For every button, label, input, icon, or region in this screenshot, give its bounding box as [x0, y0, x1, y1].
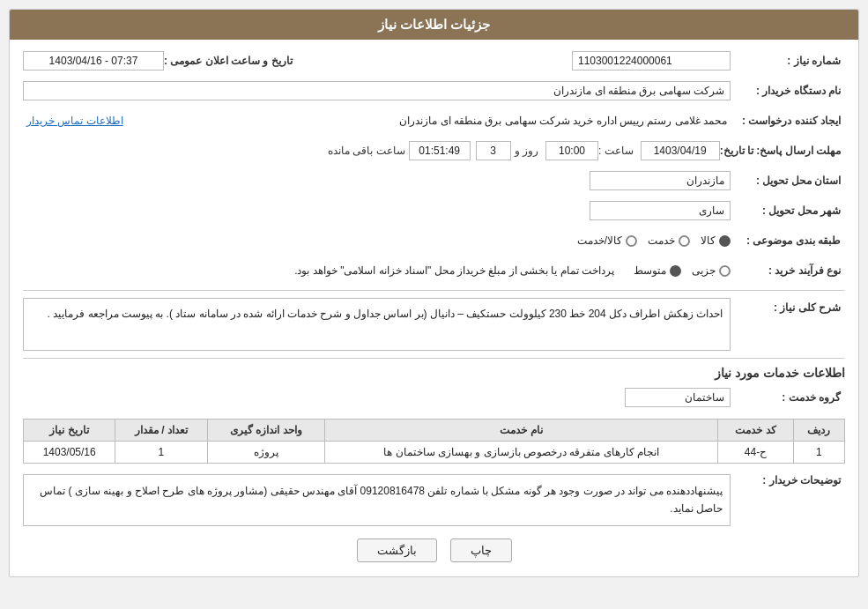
category-label: طبقه بندی موضوعی :	[731, 234, 845, 247]
radio-khedmat-icon	[679, 235, 690, 247]
deadline-days: 3	[476, 141, 511, 160]
table-body: 1 ح-44 انجام کارهای متفرقه درخصوص بازساز…	[24, 442, 845, 464]
purchase-type-row: نوع فرآیند خرید : جزیی متوسط پرداخت تمام…	[23, 258, 845, 283]
radio-motavaset-icon	[670, 265, 681, 277]
category-row: طبقه بندی موضوعی : کالا خدمت کالا/خدمت	[23, 228, 845, 253]
print-button[interactable]: چاپ	[450, 538, 512, 562]
city-label: شهر محل تحویل :	[731, 204, 845, 217]
cell-row: 1	[793, 442, 844, 464]
category-option-khedmat[interactable]: خدمت	[648, 234, 690, 247]
card-body: شماره نیاز : 1103001224000061 تاریخ و سا…	[10, 40, 858, 576]
divider-1	[23, 290, 845, 291]
group-service-value: ساختمان	[625, 388, 731, 407]
city-value: ساری	[590, 201, 731, 220]
org-name-row: نام دستگاه خریدار : شرکت سهامی برق منطقه…	[23, 78, 845, 103]
purchase-motavaset-label: متوسط	[634, 264, 666, 277]
purchase-option-motavaset[interactable]: متوسط	[634, 264, 681, 277]
main-card: جزئیات اطلاعات نیاز شماره نیاز : 1103001…	[9, 9, 859, 577]
need-number-row: شماره نیاز : 1103001224000061 تاریخ و سا…	[23, 48, 845, 73]
description-label: شرح کلی نیاز :	[731, 298, 845, 314]
notes-value: پیشنهاددهنده می تواند در صورت وجود هر گو…	[23, 474, 731, 526]
contact-link[interactable]: اطلاعات تماس خریدار	[23, 112, 127, 130]
province-value: مازندران	[590, 171, 731, 190]
purchase-type-radio-group: جزیی متوسط پرداخت تمام یا بخشی از مبلغ خ…	[291, 262, 731, 279]
cell-name: انجام کارهای متفرقه درخصوص بازسازی و بهس…	[325, 442, 718, 464]
province-label: استان محل تحویل :	[731, 175, 845, 187]
need-number-label: شماره نیاز :	[731, 55, 845, 67]
category-option-kala[interactable]: کالا	[701, 234, 731, 247]
col-header-date: تاریخ نیاز	[24, 420, 115, 442]
category-option-kala-khedmat[interactable]: کالا/خدمت	[577, 234, 637, 247]
deadline-time: 10:00	[545, 141, 598, 160]
category-khedmat-label: خدمت	[648, 234, 675, 247]
deadline-days-label: روز و	[515, 145, 538, 157]
deadline-row: مهلت ارسال پاسخ: تا تاریخ: 1403/04/19 سا…	[23, 138, 845, 163]
col-header-name: نام خدمت	[325, 420, 718, 442]
col-header-code: کد خدمت	[718, 420, 794, 442]
services-section-title: اطلاعات خدمات مورد نیاز	[23, 366, 845, 380]
group-service-row: گروه خدمت : ساختمان	[23, 385, 845, 410]
deadline-remaining-label: ساعت باقی مانده	[328, 145, 405, 157]
province-row: استان محل تحویل : مازندران	[23, 168, 845, 193]
org-name-label: نام دستگاه خریدار :	[731, 85, 845, 97]
col-header-quantity: تعداد / مقدار	[115, 420, 207, 442]
description-value: احداث زهکش اطراف دکل 204 خط 230 کیلوولت …	[23, 298, 731, 351]
page-title: جزئیات اطلاعات نیاز	[378, 17, 490, 32]
radio-jozi-icon	[719, 265, 731, 277]
back-button[interactable]: بازگشت	[357, 538, 437, 562]
table-row: 1 ح-44 انجام کارهای متفرقه درخصوص بازساز…	[24, 442, 845, 464]
city-row: شهر محل تحویل : ساری	[23, 198, 845, 223]
notes-row: توضیحات خریدار : پیشنهاددهنده می تواند د…	[23, 471, 845, 526]
announce-label: تاریخ و ساعت اعلان عمومی :	[164, 55, 297, 67]
creator-row: ایجاد کننده درخواست : محمد غلامی رستم ری…	[23, 108, 845, 133]
deadline-date: 1403/04/19	[641, 141, 720, 160]
divider-2	[23, 358, 845, 359]
category-kala-label: کالا	[701, 234, 716, 247]
radio-kala-icon	[719, 235, 731, 247]
notes-label: توضیحات خریدار :	[731, 471, 845, 486]
deadline-time-label: ساعت :	[598, 145, 634, 157]
deadline-remaining: 01:51:49	[409, 141, 471, 160]
deadline-label: مهلت ارسال پاسخ: تا تاریخ:	[720, 145, 845, 157]
description-row: شرح کلی نیاز : احداث زهکش اطراف دکل 204 …	[23, 298, 845, 351]
org-name-value: شرکت سهامی برق منطقه ای مازندران	[23, 81, 731, 100]
creator-value: محمد غلامی رستم رییس اداره خرید شرکت سها…	[127, 112, 731, 130]
radio-kala-khedmat-icon	[626, 235, 637, 247]
purchase-type-note: پرداخت تمام یا بخشی از مبلغ خریداز محل "…	[291, 262, 618, 279]
category-kala-khedmat-label: کالا/خدمت	[577, 234, 622, 247]
table-header-row: ردیف کد خدمت نام خدمت واحد اندازه گیری ت…	[24, 420, 845, 442]
col-header-row: ردیف	[793, 420, 844, 442]
cell-quantity: 1	[115, 442, 207, 464]
creator-label: ایجاد کننده درخواست :	[731, 115, 845, 127]
page-wrapper: جزئیات اطلاعات نیاز شماره نیاز : 1103001…	[0, 0, 868, 609]
need-number-value: 1103001224000061	[572, 51, 731, 71]
category-radio-group: کالا خدمت کالا/خدمت	[577, 234, 731, 247]
button-row: بازگشت چاپ	[23, 538, 845, 562]
group-service-label: گروه خدمت :	[731, 391, 845, 404]
cell-date: 1403/05/16	[24, 442, 115, 464]
cell-unit: پروژه	[207, 442, 325, 464]
purchase-jozi-label: جزیی	[692, 264, 716, 277]
purchase-type-label: نوع فرآیند خرید :	[731, 264, 845, 277]
services-table-section: ردیف کد خدمت نام خدمت واحد اندازه گیری ت…	[23, 419, 845, 464]
cell-code: ح-44	[718, 442, 794, 464]
announce-value: 1403/04/16 - 07:37	[23, 51, 164, 71]
services-table: ردیف کد خدمت نام خدمت واحد اندازه گیری ت…	[23, 419, 845, 464]
purchase-option-jozi[interactable]: جزیی	[692, 264, 731, 277]
card-header: جزئیات اطلاعات نیاز	[10, 10, 858, 40]
col-header-unit: واحد اندازه گیری	[207, 420, 325, 442]
table-header: ردیف کد خدمت نام خدمت واحد اندازه گیری ت…	[24, 420, 845, 442]
